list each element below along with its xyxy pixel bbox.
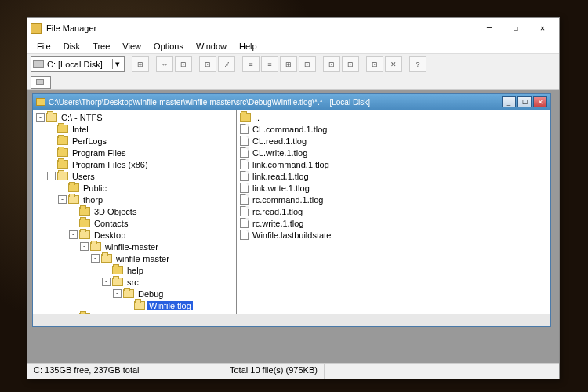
collapse-icon[interactable]: - (58, 195, 67, 204)
tree-item[interactable]: Contacts (33, 217, 236, 229)
tree-item[interactable]: PerfLogs (33, 135, 236, 147)
file-item[interactable]: rc.write.1.tlog (237, 217, 550, 229)
tree-item-label: Program Files (x86) (71, 160, 150, 169)
tree-item[interactable]: -winfile-master (33, 252, 236, 264)
file-item-label: rc.write.1.tlog (251, 219, 305, 228)
close-button[interactable]: ✕ (529, 20, 556, 37)
tree-item-label: Winfile.tlog (147, 301, 193, 310)
menu-help[interactable]: Help (233, 40, 263, 53)
titlebar[interactable]: File Manager ─ ☐ ✕ (27, 18, 559, 38)
tree-item[interactable]: -winfile-master (33, 241, 236, 252)
child-titlebar[interactable]: C:\Users\Thorp\Desktop\winfile-master\wi… (33, 94, 550, 110)
tree-item-label: C:\ - NTFS (60, 113, 104, 122)
file-item[interactable]: rc.command.1.tlog (237, 194, 550, 205)
chevron-down-icon: ▾ (112, 59, 122, 69)
file-item-label: CL.write.1.tlog (251, 148, 309, 158)
file-scrollbar[interactable] (237, 314, 550, 326)
toolbar-button-9[interactable]: ⊡ (323, 56, 340, 72)
collapse-icon[interactable]: - (47, 172, 56, 180)
file-item[interactable]: CL.write.1.tlog (237, 147, 550, 158)
child-close-button[interactable]: ✕ (533, 96, 547, 107)
toolbar-button-3[interactable]: ⊡ (199, 56, 216, 72)
folder-icon (101, 254, 112, 263)
collapse-icon[interactable]: - (80, 242, 89, 251)
collapse-icon[interactable]: - (102, 278, 111, 286)
file-item[interactable]: link.write.1.tlog (237, 182, 550, 194)
tree-item[interactable]: -Desktop (33, 229, 236, 241)
toolbar-button-5[interactable]: ≡ (242, 56, 260, 72)
up-folder-icon (240, 113, 251, 122)
file-item-label: CL.read.1.tlog (251, 136, 308, 146)
collapse-icon[interactable]: - (113, 289, 122, 298)
folder-icon (79, 207, 90, 216)
tree-item[interactable]: Intel (33, 123, 236, 135)
expander-empty (69, 219, 78, 227)
tree-item-label: Debug (136, 289, 165, 299)
minimize-button[interactable]: ─ (476, 20, 503, 37)
tree-scrollbar[interactable] (33, 314, 237, 326)
toolbar-button-10[interactable]: ⊡ (342, 56, 359, 72)
file-item-label: link.command.1.tlog (251, 160, 331, 169)
collapse-icon[interactable]: - (91, 254, 100, 263)
drive-c-button[interactable] (31, 76, 51, 89)
folder-icon (79, 230, 90, 239)
tree-item[interactable]: Program Files (33, 147, 236, 158)
toolbar-button-11[interactable]: ⊡ (366, 56, 383, 72)
folder-icon (57, 125, 68, 133)
toolbar-button-6[interactable]: ≡ (261, 56, 278, 72)
tree-item[interactable]: 3D Objects (33, 205, 236, 217)
child-minimize-button[interactable]: _ (502, 96, 516, 107)
toolbar-button-12[interactable]: ✕ (385, 56, 402, 72)
menu-options[interactable]: Options (147, 40, 190, 53)
drive-selector[interactable]: C: [Local Disk] ▾ (31, 56, 125, 72)
expander-empty (58, 183, 67, 192)
collapse-icon[interactable]: - (69, 230, 78, 239)
toolbar-button-0[interactable]: ⊞ (132, 56, 149, 72)
menu-tree[interactable]: Tree (86, 40, 116, 53)
toolbar-button-8[interactable]: ⊡ (299, 56, 316, 72)
menu-view[interactable]: View (116, 40, 147, 53)
folder-icon (57, 148, 68, 157)
file-pane[interactable]: ..CL.command.1.tlogCL.read.1.tlogCL.writ… (237, 110, 550, 314)
tree-item[interactable]: -src (33, 276, 236, 288)
tree-item[interactable]: Winfile.tlog (33, 299, 236, 311)
file-item[interactable]: link.command.1.tlog (237, 158, 550, 170)
drive-icon (33, 60, 44, 68)
file-item[interactable]: Winfile.lastbuildstate (237, 229, 550, 241)
toolbar-button-1[interactable]: ↔ (156, 56, 173, 72)
tree-item-label: 3D Objects (93, 207, 138, 216)
toolbar-button-2[interactable]: ⊡ (175, 56, 192, 72)
menu-file[interactable]: File (31, 40, 57, 53)
tree-item[interactable]: Public (33, 182, 236, 194)
file-icon (240, 136, 249, 146)
tree-item[interactable]: -thorp (33, 194, 236, 205)
menubar: File Disk Tree View Options Window Help (27, 38, 559, 54)
child-maximize-button[interactable]: ☐ (517, 96, 532, 107)
tree-item[interactable]: -Debug (33, 288, 236, 299)
folder-icon (68, 183, 79, 192)
collapse-icon[interactable]: - (36, 113, 45, 122)
file-item[interactable]: rc.read.1.tlog (237, 205, 550, 217)
toolbar-button-13[interactable]: ? (409, 56, 426, 72)
toolbar-button-4[interactable]: ⫽ (218, 56, 235, 72)
tree-pane[interactable]: -C:\ - NTFSIntelPerfLogsProgram FilesPro… (33, 110, 237, 314)
menu-window[interactable]: Window (190, 40, 233, 53)
expander-empty (102, 266, 111, 274)
parent-dir-item[interactable]: .. (237, 111, 550, 123)
toolbar-button-7[interactable]: ⊞ (280, 56, 297, 72)
file-icon (240, 147, 249, 158)
file-item[interactable]: CL.read.1.tlog (237, 135, 550, 147)
status-disk: C: 135GB free, 237GB total (27, 364, 223, 379)
file-icon (240, 218, 249, 228)
tree-item[interactable]: Program Files (x86) (33, 158, 236, 170)
drive-icon (36, 79, 44, 85)
file-item[interactable]: link.read.1.tlog (237, 170, 550, 182)
tree-item[interactable]: -Users (33, 170, 236, 182)
file-item[interactable]: CL.command.1.tlog (237, 123, 550, 135)
menu-disk[interactable]: Disk (57, 40, 86, 53)
maximize-button[interactable]: ☐ (503, 20, 529, 37)
file-icon (240, 159, 249, 169)
tree-item[interactable]: -C:\ - NTFS (33, 111, 236, 123)
expander-empty (124, 301, 132, 310)
tree-item[interactable]: help (33, 264, 236, 276)
